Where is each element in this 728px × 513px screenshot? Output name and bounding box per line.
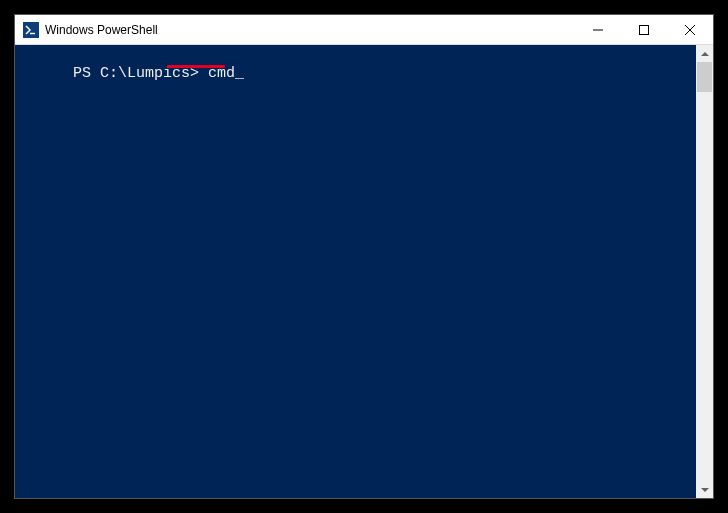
scroll-down-button[interactable] — [696, 481, 713, 498]
maximize-button[interactable] — [621, 15, 667, 44]
svg-rect-2 — [640, 25, 649, 34]
annotation-underline — [167, 65, 225, 68]
console[interactable]: PS C:\Lumpics> cmd_ — [15, 45, 713, 498]
minimize-button[interactable] — [575, 15, 621, 44]
powershell-window: Windows PowerShell PS C:\Lumpics> cmd_ — [14, 14, 714, 499]
vertical-scrollbar[interactable] — [696, 45, 713, 498]
titlebar[interactable]: Windows PowerShell — [15, 15, 713, 45]
window-title: Windows PowerShell — [45, 23, 158, 37]
window-controls — [575, 15, 713, 44]
svg-marker-5 — [701, 52, 709, 56]
svg-marker-6 — [701, 488, 709, 492]
scroll-up-button[interactable] — [696, 45, 713, 62]
powershell-icon — [23, 22, 39, 38]
cursor: _ — [235, 65, 244, 83]
console-content[interactable]: PS C:\Lumpics> cmd_ — [19, 47, 695, 498]
close-button[interactable] — [667, 15, 713, 44]
scroll-thumb[interactable] — [697, 62, 712, 92]
